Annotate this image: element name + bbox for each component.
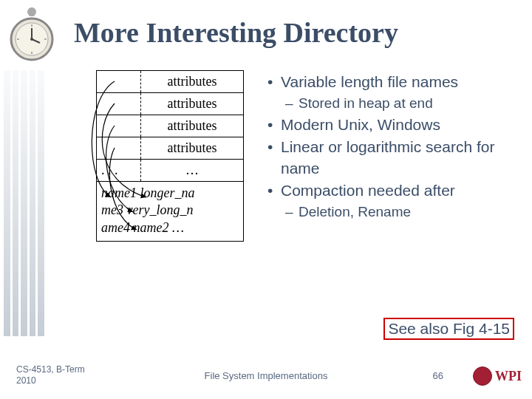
table-row: . . . … (97, 160, 243, 182)
wpi-text: WPI (495, 369, 522, 384)
table-row: attributes (97, 71, 243, 93)
sidebar-decoration (0, 70, 44, 336)
bullet-item: Variable length file names (266, 72, 517, 92)
bullet-item: Linear or logarithmic search for name (266, 137, 517, 179)
topic-label: File System Implementations (0, 370, 532, 381)
see-also-box: See also Fig 4-15 (383, 318, 514, 340)
bullet-list: Variable length file names Stored in hea… (266, 70, 517, 292)
bullet-item: Compaction needed after (266, 180, 517, 201)
ellipsis-right: … (141, 160, 243, 181)
table-row: attributes (97, 93, 243, 115)
bullet-subitem: Deletion, Rename (266, 202, 517, 222)
attr-cell: attributes (141, 71, 243, 92)
heap-line: me3 very_long_n (101, 202, 193, 217)
attr-cell: attributes (141, 137, 243, 159)
pocket-watch-icon (6, 6, 58, 65)
wpi-logo: WPI (473, 366, 522, 386)
directory-table: attributes attributes attributes attribu… (96, 70, 244, 242)
svg-point-6 (30, 38, 33, 41)
content-area: attributes attributes attributes attribu… (59, 70, 517, 292)
directory-diagram: attributes attributes attributes attribu… (59, 70, 251, 292)
heap-names: name1 longer_na me3 very_long_n ame4 nam… (97, 182, 243, 241)
footer: CS-4513, B-Term2010 File System Implemen… (0, 361, 532, 390)
bullet-item: Modern Unix, Windows (266, 115, 517, 135)
ellipsis-left: . . . (97, 160, 141, 181)
attr-cell: attributes (141, 93, 243, 115)
heap-line: name1 longer_na (101, 185, 194, 200)
attr-cell: attributes (141, 115, 243, 137)
heap-line: ame4 name2 … (101, 220, 184, 235)
table-row: attributes (97, 115, 243, 137)
bullet-subitem: Stored in heap at end (266, 94, 517, 113)
table-row: attributes (97, 137, 243, 160)
wpi-seal-icon (473, 366, 492, 386)
page-number: 66 (433, 370, 443, 381)
slide-title: More Interesting Directory (74, 16, 398, 49)
